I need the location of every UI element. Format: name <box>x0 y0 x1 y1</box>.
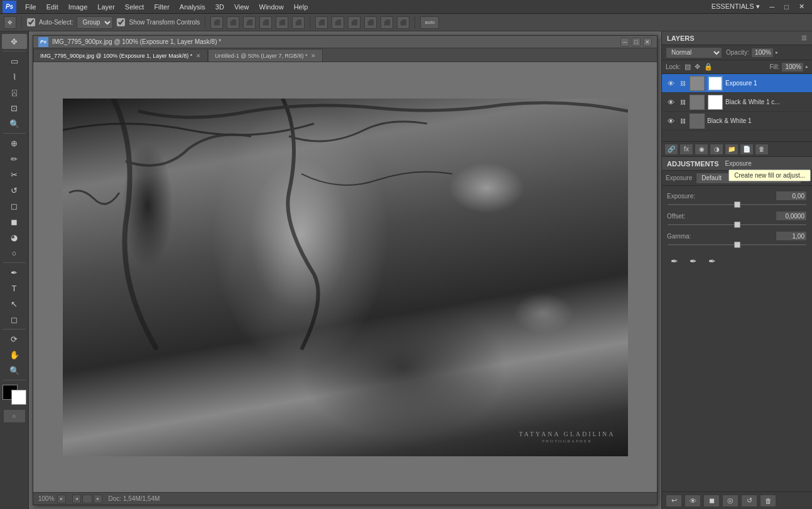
distribute-top-btn[interactable]: ⬛ <box>364 16 377 29</box>
minimize-btn[interactable]: ─ <box>765 2 780 12</box>
doc-close-btn[interactable]: ✕ <box>643 38 652 46</box>
menu-help[interactable]: Help <box>289 2 313 12</box>
type-tool[interactable]: T <box>2 281 27 296</box>
eyedropper-white-btn[interactable]: ✒ <box>705 254 720 269</box>
layer-visibility-1[interactable]: 👁 <box>666 97 676 107</box>
exposure-slider-track[interactable] <box>667 203 807 206</box>
layer-visibility-0[interactable]: 👁 <box>666 78 676 88</box>
close-btn[interactable]: ✕ <box>794 1 809 12</box>
blur-tool[interactable]: ◕ <box>2 230 27 245</box>
adj-reset-btn[interactable]: ↺ <box>741 495 757 507</box>
align-center-v-btn[interactable]: ⬛ <box>227 16 239 29</box>
gamma-value[interactable] <box>776 231 807 241</box>
menu-analysis[interactable]: Analysis <box>175 2 210 12</box>
move-tool[interactable]: ✥ <box>2 34 27 49</box>
offset-value[interactable] <box>776 211 807 221</box>
lock-pixels-icon[interactable]: ▧ <box>685 63 691 71</box>
layer-item-1[interactable]: 👁 ⛓ Black & White 1 c... <box>662 93 812 112</box>
pen-tool[interactable]: ✒ <box>2 265 27 280</box>
align-center-h-btn[interactable]: ⬛ <box>276 16 288 29</box>
offset-slider-thumb[interactable] <box>734 222 740 228</box>
menu-file[interactable]: File <box>20 2 41 12</box>
layer-item-0[interactable]: 👁 ⛓ Exposure 1 <box>662 74 812 93</box>
doc-minimize-btn[interactable]: ─ <box>620 38 629 46</box>
restore-btn[interactable]: □ <box>779 2 794 12</box>
opacity-input[interactable] <box>751 48 774 58</box>
adj-back-btn[interactable]: ↩ <box>666 495 682 507</box>
eyedropper-tool[interactable]: 🔍 <box>2 116 27 131</box>
fill-input[interactable] <box>781 62 804 72</box>
layer-chain-0[interactable]: ⛓ <box>678 79 687 88</box>
quick-mask-btn[interactable]: ○ <box>3 409 26 423</box>
menu-edit[interactable]: Edit <box>41 2 63 12</box>
clone-stamp-tool[interactable]: ✂ <box>2 167 27 182</box>
essentials-btn[interactable]: ESSENTIALS ▾ <box>706 1 765 12</box>
hand-tool[interactable]: ✋ <box>2 347 27 362</box>
layer-adjustment-btn[interactable]: ◑ <box>710 144 723 155</box>
layer-chain-1[interactable]: ⛓ <box>678 98 687 107</box>
menu-image[interactable]: Image <box>63 2 93 12</box>
lock-all-icon[interactable]: 🔒 <box>704 63 713 71</box>
distribute-center-h-btn[interactable]: ⬛ <box>381 16 393 29</box>
offset-slider-track[interactable] <box>667 223 807 226</box>
menu-3d[interactable]: 3D <box>210 2 229 12</box>
adj-clip-btn[interactable]: ◼ <box>703 495 720 507</box>
crop-tool[interactable]: ⊡ <box>2 100 27 115</box>
layer-link-btn[interactable]: 🔗 <box>664 144 678 155</box>
menu-filter[interactable]: Filter <box>149 2 174 12</box>
shape-tool[interactable]: ◻ <box>2 312 27 327</box>
history-brush-tool[interactable]: ↺ <box>2 183 27 198</box>
layer-visibility-2[interactable]: 👁 <box>666 116 676 126</box>
scroll-right-btn[interactable]: ▸ <box>94 495 102 503</box>
align-bottom-btn[interactable]: ⬛ <box>292 16 305 29</box>
path-selection-tool[interactable]: ↖ <box>2 296 27 311</box>
eyedropper-auto-btn[interactable]: ✒ <box>667 254 682 269</box>
doc-restore-btn[interactable]: □ <box>632 38 641 46</box>
menu-window[interactable]: Window <box>254 2 289 12</box>
zoom-indicator-btn[interactable]: ▸ <box>57 495 66 503</box>
dodge-tool[interactable]: ○ <box>2 245 27 260</box>
gradient-tool[interactable]: ◼ <box>2 214 27 229</box>
distribute-left-btn[interactable]: ⬛ <box>315 16 328 29</box>
scroll-left-btn[interactable]: ◂ <box>72 495 81 503</box>
doc-tab-1[interactable]: Untitled-1 @ 50% (Layer 7, RGB/8) * ✕ <box>208 49 323 62</box>
lasso-tool[interactable]: ⌇ <box>2 69 27 84</box>
move-tool-icon[interactable]: ✥ <box>4 16 16 29</box>
lock-position-icon[interactable]: ✥ <box>695 63 700 71</box>
background-color[interactable] <box>11 390 26 405</box>
doc-tab-1-close[interactable]: ✕ <box>311 53 316 59</box>
doc-tab-0[interactable]: IMG_7795_900px.jpg @ 100% (Exposure 1, L… <box>33 49 208 62</box>
distribute-bottom-btn[interactable]: ⬛ <box>397 16 409 29</box>
menu-layer[interactable]: Layer <box>92 2 120 12</box>
gamma-slider-track[interactable] <box>667 244 807 246</box>
zoom-tool[interactable]: 🔍 <box>2 363 27 378</box>
auto-select-type[interactable]: Group <box>77 16 113 29</box>
layer-new-btn[interactable]: 📄 <box>740 144 754 155</box>
blend-mode-select[interactable]: Normal <box>666 47 722 58</box>
align-right-btn[interactable]: ⬛ <box>243 16 256 29</box>
quick-select-tool[interactable]: ⍓ <box>2 85 27 100</box>
preset-select[interactable]: Default <box>696 173 801 184</box>
layer-item-2[interactable]: 👁 ⛓ Black & White 1 <box>662 112 812 131</box>
distribute-center-v-btn[interactable]: ⬛ <box>332 16 344 29</box>
align-top-btn[interactable]: ⬛ <box>259 16 272 29</box>
layer-fx-btn[interactable]: fx <box>679 144 693 155</box>
layer-group-btn[interactable]: 📁 <box>725 144 739 155</box>
eraser-tool[interactable]: ◻ <box>2 198 27 213</box>
layer-mask-btn[interactable]: ◉ <box>695 144 708 155</box>
layer-chain-2[interactable]: ⛓ <box>678 117 687 126</box>
exposure-slider-thumb[interactable] <box>734 201 740 208</box>
adj-delete-btn[interactable]: 🗑 <box>760 495 776 507</box>
marquee-tool[interactable]: ▭ <box>2 53 27 68</box>
adj-preview-btn[interactable]: ◎ <box>722 495 739 507</box>
show-transform-checkbox[interactable] <box>117 18 125 26</box>
3d-tool[interactable]: ⟳ <box>2 331 27 346</box>
layer-delete-btn[interactable]: 🗑 <box>755 144 769 155</box>
menu-select[interactable]: Select <box>120 2 149 12</box>
auto-select-checkbox[interactable] <box>27 18 35 26</box>
healing-tool[interactable]: ⊕ <box>2 136 27 151</box>
distribute-right-btn[interactable]: ⬛ <box>348 16 360 29</box>
align-left-btn[interactable]: ⬛ <box>210 16 223 29</box>
gamma-slider-thumb[interactable] <box>734 242 740 248</box>
auto-align-btn[interactable]: auto <box>420 16 439 29</box>
